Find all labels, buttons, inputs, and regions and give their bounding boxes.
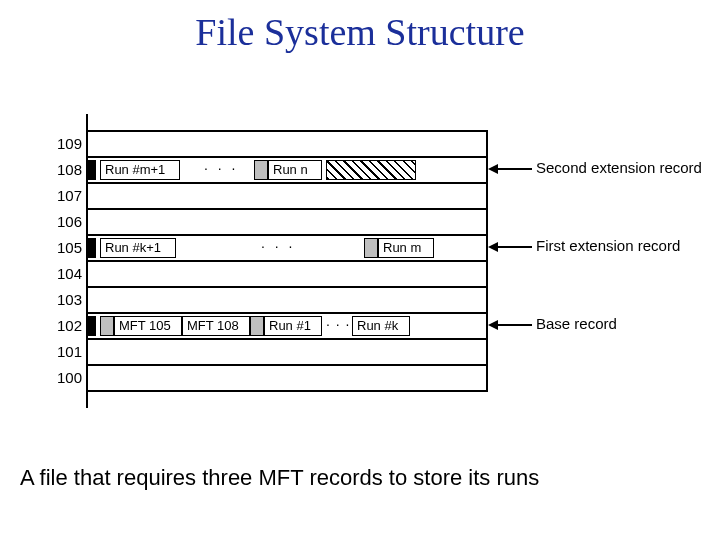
hatch-unused (326, 160, 416, 180)
table-row: 108 Run #m+1 · · · Run n (86, 156, 486, 182)
cell-gray (100, 316, 114, 336)
table-row: 105 Run #k+1 · · · Run m (86, 234, 486, 260)
table-row: 102 MFT 105 MFT 108 Run #1 · · · Run #k (86, 312, 486, 338)
diagram-stage: 109 108 Run #m+1 · · · Run n 107 106 105… (30, 130, 690, 420)
cell-run-m1: Run #m+1 (100, 160, 180, 180)
ellipsis-icon: · · · (326, 316, 350, 332)
cell-mft105: MFT 105 (114, 316, 182, 336)
label-second-ext: Second extension record (536, 159, 702, 176)
row-number: 106 (52, 213, 82, 230)
row-number: 109 (52, 135, 82, 152)
record-header-icon (88, 238, 96, 258)
page-title: File System Structure (0, 0, 720, 54)
record-header-icon (88, 160, 96, 180)
row-number: 108 (52, 161, 82, 178)
table-row: 106 (86, 208, 486, 234)
table-row: 104 (86, 260, 486, 286)
table-row: 100 (86, 364, 486, 390)
row-number: 102 (52, 317, 82, 334)
row-number: 107 (52, 187, 82, 204)
ellipsis-icon: · · · (204, 160, 238, 176)
table-row: 109 (86, 132, 486, 156)
row-number: 100 (52, 369, 82, 386)
row-number: 105 (52, 239, 82, 256)
cell-gray (364, 238, 378, 258)
record-header-icon (88, 316, 96, 336)
cell-gray (250, 316, 264, 336)
cell-run-m: Run m (378, 238, 434, 258)
ellipsis-icon: · · · (261, 238, 295, 254)
caption-text: A file that requires three MFT records t… (20, 465, 700, 491)
cell-gray (254, 160, 268, 180)
table-row: 107 (86, 182, 486, 208)
mft-table: 109 108 Run #m+1 · · · Run n 107 106 105… (86, 130, 488, 392)
row-number: 101 (52, 343, 82, 360)
table-row: 103 (86, 286, 486, 312)
cell-run-k: Run #k (352, 316, 410, 336)
table-row: 101 (86, 338, 486, 364)
cell-mft108: MFT 108 (182, 316, 250, 336)
cell-run-n: Run n (268, 160, 322, 180)
cell-run-1: Run #1 (264, 316, 322, 336)
row-number: 103 (52, 291, 82, 308)
row-number: 104 (52, 265, 82, 282)
label-first-ext: First extension record (536, 237, 680, 254)
label-base: Base record (536, 315, 617, 332)
cell-run-k1: Run #k+1 (100, 238, 176, 258)
